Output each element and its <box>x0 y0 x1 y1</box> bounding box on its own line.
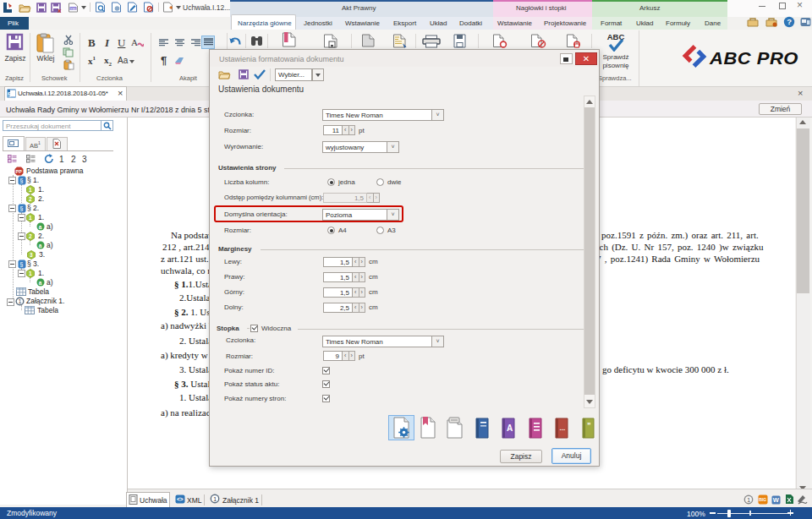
svg-text:§: § <box>19 205 23 212</box>
svg-text:a: a <box>39 224 42 230</box>
svg-text:?: ? <box>787 17 792 26</box>
svg-text:”: ” <box>587 421 591 429</box>
svg-text:1: 1 <box>29 187 32 193</box>
svg-text:XML: XML <box>70 8 76 11</box>
svg-text:a: a <box>39 243 42 249</box>
svg-text:<>: <> <box>177 496 184 502</box>
svg-text:§: § <box>19 177 23 184</box>
svg-text:1: 1 <box>29 215 32 221</box>
svg-text:3: 3 <box>30 252 33 258</box>
svg-text:1: 1 <box>213 496 217 502</box>
svg-text:1: 1 <box>29 270 32 276</box>
svg-text:A: A <box>507 423 513 433</box>
svg-text:BIG: BIG <box>759 497 766 502</box>
svg-text:a: a <box>39 280 42 286</box>
svg-text:2: 2 <box>29 233 32 239</box>
svg-text:2: 2 <box>29 196 32 202</box>
svg-text:W: W <box>773 496 780 504</box>
svg-text:1: 1 <box>747 497 750 503</box>
svg-text:A: A <box>131 37 138 47</box>
svg-text:§: § <box>19 260 23 268</box>
svg-text:1: 1 <box>19 298 22 304</box>
svg-text:x: x <box>58 7 62 14</box>
svg-text:PP: PP <box>16 169 23 174</box>
svg-text:§: § <box>8 90 12 98</box>
svg-text:...: ... <box>560 424 566 432</box>
